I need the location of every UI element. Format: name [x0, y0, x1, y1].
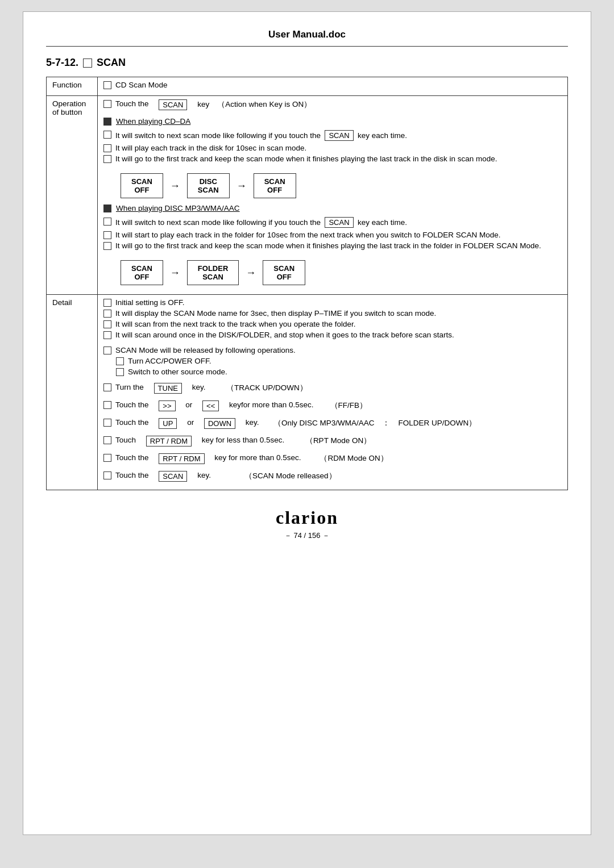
flow-label3a: SCAN [264, 177, 285, 186]
rel-text2: Switch to other source mode. [128, 368, 227, 376]
op-checkbox [103, 100, 111, 108]
tune-note: （TRACK UP/DOWN） [226, 383, 308, 393]
mp3-flow-arrow-2: → [246, 267, 256, 279]
release-item1: Turn ACC/POWER OFF. [116, 357, 562, 365]
up-note: （Only DISC MP3/WMA/AAC ： FOLDER UP/DOWN） [273, 418, 476, 428]
ff-key2: << [202, 400, 219, 411]
det-cb4 [103, 331, 111, 339]
detail-row: Detail Initial setting is OFF. It will d… [47, 295, 568, 490]
rpt2-key: RPT / RDM [159, 453, 204, 464]
brand-name: clarion [46, 507, 568, 528]
mp3-text3: It will go to the first track and keep t… [115, 241, 541, 250]
rpt2-row: Touch the RPT / RDM key for more than 0.… [103, 453, 562, 464]
cd-da-flow: SCAN OFF → DISC SCAN → SCAN OFF [121, 173, 562, 198]
rpt1-note: （RPT Mode ON） [305, 436, 371, 446]
mp3-flow-label3a: SCAN [273, 264, 294, 273]
cd-da-item3: It will go to the first track and keep t… [103, 155, 562, 163]
up-cb [103, 419, 111, 427]
rel-cb2 [116, 368, 124, 376]
det-cb1 [103, 299, 111, 307]
tune-cb [103, 383, 111, 391]
detail-item2: It will display the SCAN Mode name for 3… [103, 309, 562, 318]
mp3-cb3 [103, 242, 111, 250]
section-number: 5-7-12. [46, 57, 78, 69]
flow-box-1: SCAN OFF [121, 173, 163, 198]
mp3-flow-label1b: OFF [131, 273, 152, 281]
function-row: Function CD Scan Mode [47, 77, 568, 96]
rpt2-cb [103, 454, 111, 462]
release-item2: Switch to other source mode. [116, 368, 562, 376]
cd-da-text2: It will play each track in the disk for … [115, 144, 306, 152]
function-checkbox [103, 81, 111, 89]
mp3-flow: SCAN OFF → FOLDER SCAN → SCAN OFF [121, 260, 562, 285]
ff-key1: >> [159, 400, 175, 411]
ff-note: （FF/FB） [330, 400, 368, 411]
footer: clarion － 74 / 156 － [46, 507, 568, 541]
mp3-text1: It will switch to next scan mode like fo… [115, 217, 407, 228]
up-key: UP [159, 418, 177, 429]
cd-da-cb1 [103, 131, 111, 139]
main-table: Function CD Scan Mode Operation of butto… [46, 77, 568, 490]
tune-text1: Turn the [115, 383, 144, 391]
flow-label1a: SCAN [131, 177, 152, 186]
scan-rel-text: SCAN Mode will be released by following … [115, 346, 296, 354]
flow-label1b: OFF [131, 186, 152, 194]
mp3-cb2 [103, 231, 111, 239]
scan-final-text1: Touch the [115, 471, 149, 479]
function-content: CD Scan Mode [98, 77, 568, 96]
mp3-flow-box-1: SCAN OFF [121, 260, 163, 285]
rpt1-row: Touch RPT / RDM key for less than 0.5sec… [103, 436, 562, 446]
cd-da-text3: It will go to the first track and keep t… [115, 155, 497, 163]
mp3-title: When playing DISC MP3/WMA/AAC [116, 204, 240, 212]
cd-da-text1: It will switch to next scan mode like fo… [115, 130, 407, 141]
op-touch-text: Touch the [115, 99, 149, 108]
op-intro-rest: key （Action when Key is ON） [197, 99, 312, 110]
flow-label2a: DISC [198, 177, 219, 186]
ff-or: or [185, 400, 192, 409]
scan-rel-cb [103, 347, 111, 354]
ff-row: Touch the >> or << keyfor more than 0.5s… [103, 400, 562, 411]
det-cb2 [103, 310, 111, 318]
tune-row: Turn the TUNE key. （TRACK UP/DOWN） [103, 383, 562, 394]
flow-arrow-2: → [237, 180, 247, 192]
det-cb3 [103, 320, 111, 328]
mp3-flow-arrow-1: → [170, 267, 180, 279]
scan-release: SCAN Mode will be released by following … [103, 346, 562, 354]
up-row: Touch the UP or DOWN key. （Only DISC MP3… [103, 418, 562, 429]
operation-content: Touch the SCAN key （Action when Key is O… [98, 96, 568, 295]
page-number: － 74 / 156 － [46, 531, 568, 541]
mp3-flow-box-3: SCAN OFF [263, 260, 305, 285]
up-text2: key. [246, 418, 259, 427]
rpt1-key: RPT / RDM [146, 436, 192, 446]
operation-intro: Touch the SCAN key （Action when Key is O… [103, 99, 562, 110]
mp3-flow-label2b: SCAN [198, 273, 228, 281]
scan-final-row: Touch the SCAN key. （SCAN Mode relleased… [103, 471, 562, 482]
mp3-cb1 [103, 218, 111, 226]
detail-item1: Initial setting is OFF. [103, 298, 562, 307]
mp3-flow-label2a: FOLDER [198, 264, 228, 273]
tune-text2: key. [192, 383, 206, 391]
cd-da-filled-sq [103, 118, 111, 126]
ff-text1: Touch the [115, 400, 149, 409]
operation-row: Operation of button Touch the SCAN key （… [47, 96, 568, 295]
function-label: Function [47, 77, 98, 96]
page-header: User Manual.doc [46, 29, 568, 47]
mp3-header: When playing DISC MP3/WMA/AAC [103, 204, 562, 212]
page: User Manual.doc 5-7-12. SCAN Function CD… [23, 11, 591, 835]
operation-label: Operation of button [47, 96, 98, 295]
flow-box-3: SCAN OFF [254, 173, 296, 198]
mp3-flow-label1a: SCAN [131, 264, 152, 273]
cd-da-cb2 [103, 144, 111, 152]
mp3-item3: It will go to the first track and keep t… [103, 241, 562, 250]
rpt2-text1: Touch the [115, 453, 149, 462]
det-text3: It will scan from the next track to the … [115, 320, 355, 328]
rpt1-text1: Touch [115, 436, 136, 444]
section-checkbox [83, 59, 92, 68]
mp3-flow-label3b: OFF [273, 273, 294, 281]
function-text: CD Scan Mode [115, 81, 168, 89]
down-key: DOWN [204, 418, 235, 429]
rpt2-note: （RDM Mode ON） [320, 453, 388, 464]
section-icon-label: SCAN [97, 57, 126, 69]
ff-cb [103, 401, 111, 409]
cd-da-header: When playing CD–DA [103, 117, 562, 126]
